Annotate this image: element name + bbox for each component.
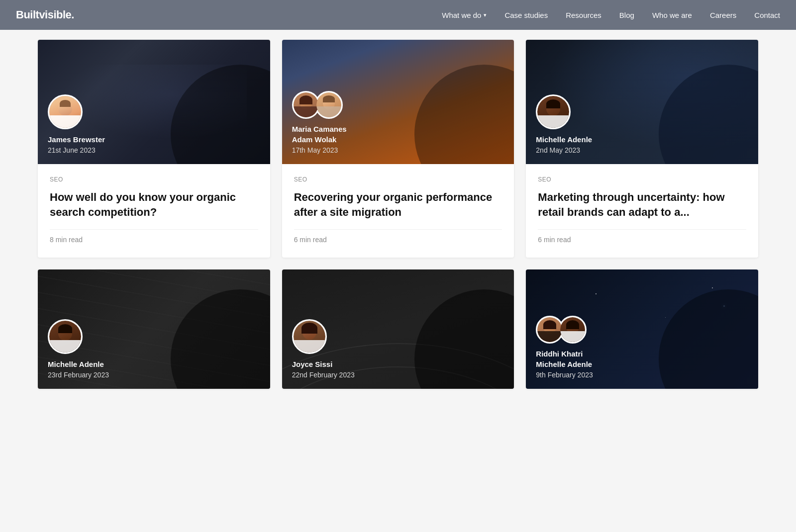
nav-blog[interactable]: Blog — [619, 11, 634, 19]
card-5-image: Joyce Sissi 22nd February 2023 — [282, 269, 514, 389]
card-1-body: SEO How well do you know your organic se… — [38, 164, 270, 258]
card-2-category: SEO — [294, 176, 502, 183]
card-4-image: Michelle Adenle 23rd February 2023 — [38, 269, 270, 389]
card-3-title: Marketing through uncertainty: how retai… — [538, 190, 746, 219]
card-4-avatars — [48, 319, 109, 354]
card-6[interactable]: Riddhi Khatri Michelle Adenle 9th Februa… — [526, 269, 758, 389]
avatar-james-brewster — [48, 94, 83, 129]
card-6-date: 9th February 2023 — [536, 371, 593, 379]
card-1-category: SEO — [50, 176, 258, 183]
card-6-author-name-2: Michelle Adenle — [536, 359, 593, 369]
card-1-date: 21st June 2023 — [48, 146, 105, 154]
card-5-authors: Joyce Sissi 22nd February 2023 — [292, 319, 355, 379]
card-1-read-time: 8 min read — [50, 229, 258, 244]
card-2[interactable]: Maria Camanes Adam Wolak 17th May 2023 S… — [282, 40, 514, 258]
card-1-title: How well do you know your organic search… — [50, 190, 258, 219]
nav-contact[interactable]: Contact — [754, 11, 780, 19]
nav-what-we-do[interactable]: What we do ▾ — [442, 11, 487, 19]
card-2-author-name-2: Adam Wolak — [292, 134, 347, 145]
card-1[interactable]: James Brewster 21st June 2023 SEO How we… — [38, 40, 270, 258]
card-3[interactable]: Michelle Adenle 2nd May 2023 SEO Marketi… — [526, 40, 758, 258]
card-grid: James Brewster 21st June 2023 SEO How we… — [38, 40, 758, 389]
avatar-adam-wolak — [315, 91, 343, 119]
card-3-author-name: Michelle Adenle — [536, 134, 592, 145]
card-3-read-time: 6 min read — [538, 229, 746, 244]
card-1-image: James Brewster 21st June 2023 — [38, 40, 270, 164]
card-5-avatars — [292, 319, 355, 354]
card-3-date: 2nd May 2023 — [536, 146, 592, 154]
nav-items: What we do ▾ Case studies Resources Blog… — [442, 11, 780, 19]
card-3-body: SEO Marketing through uncertainty: how r… — [526, 164, 758, 258]
card-4-authors: Michelle Adenle 23rd February 2023 — [48, 319, 109, 379]
nav-careers[interactable]: Careers — [710, 11, 736, 19]
nav-case-studies[interactable]: Case studies — [504, 11, 548, 19]
card-3-avatars — [536, 94, 592, 129]
card-2-date: 17th May 2023 — [292, 146, 347, 154]
card-2-title: Recovering your organic performance afte… — [294, 190, 502, 219]
card-4-date: 23rd February 2023 — [48, 371, 109, 379]
card-5[interactable]: Joyce Sissi 22nd February 2023 — [282, 269, 514, 389]
card-1-authors: James Brewster 21st June 2023 — [48, 94, 105, 154]
logo[interactable]: Builtvisible. — [16, 8, 74, 21]
card-3-category: SEO — [538, 176, 746, 183]
chevron-down-icon: ▾ — [484, 12, 487, 18]
card-3-image: Michelle Adenle 2nd May 2023 — [526, 40, 758, 164]
navigation: Builtvisible. What we do ▾ Case studies … — [0, 0, 796, 30]
avatar-michelle-adenle-3 — [559, 316, 587, 344]
card-5-author-name: Joyce Sissi — [292, 359, 355, 369]
card-2-image: Maria Camanes Adam Wolak 17th May 2023 — [282, 40, 514, 164]
avatar-riddhi-khatri — [536, 316, 564, 344]
avatar-michelle-adenle-2 — [48, 319, 83, 354]
nav-who-we-are[interactable]: Who we are — [652, 11, 692, 19]
card-2-read-time: 6 min read — [294, 229, 502, 244]
card-3-authors: Michelle Adenle 2nd May 2023 — [536, 94, 592, 154]
card-4-author-name: Michelle Adenle — [48, 359, 109, 369]
card-2-avatars — [292, 91, 347, 119]
card-2-authors: Maria Camanes Adam Wolak 17th May 2023 — [292, 91, 347, 154]
avatar-michelle-adenle-1 — [536, 94, 571, 129]
card-6-authors: Riddhi Khatri Michelle Adenle 9th Februa… — [536, 316, 593, 379]
page-body: James Brewster 21st June 2023 SEO How we… — [0, 30, 796, 409]
card-1-author-name: James Brewster — [48, 134, 105, 145]
card-6-image: Riddhi Khatri Michelle Adenle 9th Februa… — [526, 269, 758, 389]
avatar-maria-camanes — [292, 91, 320, 119]
card-6-author-name-1: Riddhi Khatri — [536, 349, 593, 359]
card-2-author-name-1: Maria Camanes — [292, 124, 347, 134]
card-2-body: SEO Recovering your organic performance … — [282, 164, 514, 258]
avatar-joyce-sissi — [292, 319, 327, 354]
card-6-avatars — [536, 316, 593, 344]
nav-resources[interactable]: Resources — [566, 11, 601, 19]
card-4[interactable]: Michelle Adenle 23rd February 2023 — [38, 269, 270, 389]
card-1-avatars — [48, 94, 105, 129]
card-5-date: 22nd February 2023 — [292, 371, 355, 379]
